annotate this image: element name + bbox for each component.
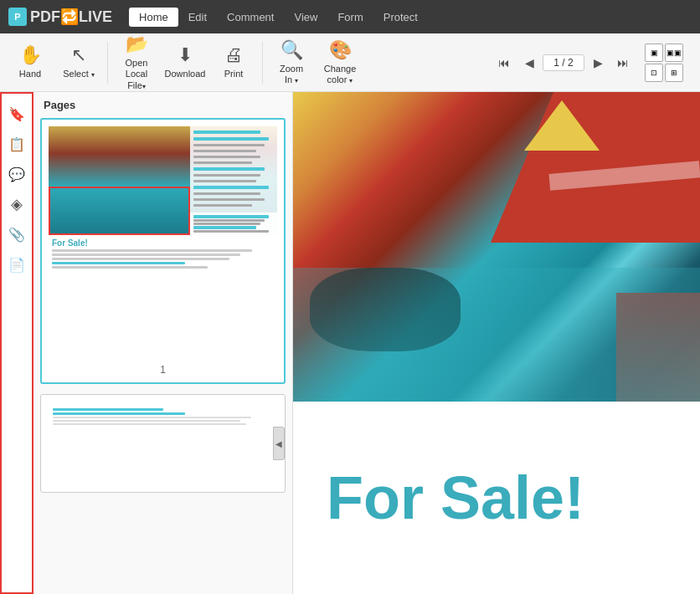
pages-panel: Pages	[33, 92, 293, 594]
zoom-label: ZoomIn ▾	[280, 64, 303, 85]
thumb-bottom-text: For Sale!	[49, 235, 277, 269]
app-logo: P PDF🔁LIVE	[8, 8, 112, 26]
print-button[interactable]: 🖨 Print	[210, 38, 257, 88]
water-overlay	[293, 268, 700, 402]
for-sale-section: For Sale!	[293, 402, 700, 594]
view-single-button[interactable]: ▣	[645, 44, 663, 62]
select-icon: ↖	[71, 44, 86, 66]
document-sidebar-button[interactable]: 📄	[3, 251, 30, 278]
p2-gray-3	[53, 423, 246, 425]
page-2-thumbnail[interactable]: ◀	[40, 394, 286, 493]
change-color-label: Changecolor ▾	[324, 64, 357, 85]
select-tool-button[interactable]: ↖ Select ▾	[55, 38, 102, 88]
print-label: Print	[224, 69, 244, 79]
main-content: 🔖 📋 💬 ◈ 📎 📄 Pages	[0, 92, 700, 594]
menu-edit[interactable]: Edit	[178, 8, 217, 27]
prev-page-button[interactable]: ◀	[517, 51, 541, 74]
page-1-number: 1	[49, 364, 277, 376]
logo-icon: P	[8, 8, 27, 26]
view-fit-button[interactable]: ⊡	[645, 64, 663, 82]
pages-sidebar-button[interactable]: 📋	[3, 131, 30, 157]
topbar: P PDF🔁LIVE Home Edit Comment View Form P…	[0, 0, 700, 33]
pdf-canvas-area: For Sale!	[293, 92, 700, 594]
download-icon: ⬇	[178, 44, 193, 66]
thumb-link-line	[52, 262, 185, 264]
first-page-button[interactable]: ⏮	[492, 51, 516, 74]
divider-2	[262, 42, 263, 84]
open-local-file-button[interactable]: 📂 OpenLocal File▾	[113, 38, 160, 88]
panel-collapse-button[interactable]: ◀	[273, 427, 285, 460]
navigation-controls: ⏮ ◀ 1 / 2 ▶ ⏭ ▣ ▣▣ ⊡ ⊞	[492, 44, 687, 82]
p2-gray-2	[53, 420, 240, 422]
zoom-in-button[interactable]: 🔍 ZoomIn ▾	[268, 38, 315, 88]
view-double-button[interactable]: ▣▣	[665, 44, 683, 62]
selection-overlay	[49, 187, 190, 236]
p2-gray-1	[53, 417, 251, 418]
menu-view[interactable]: View	[284, 8, 327, 27]
toolbar: ✋ Hand ↖ Select ▾ 📂 OpenLocal File▾ ⬇ Do…	[0, 33, 700, 92]
change-color-icon: 🎨	[329, 39, 352, 61]
menubar: Home Edit Comment View Form Protect	[129, 8, 428, 27]
divider-1	[107, 42, 108, 84]
page-1-thumb-content: For Sale!	[49, 126, 277, 361]
pdf-top-image	[293, 92, 700, 402]
page-2-text-content	[48, 402, 278, 485]
view-mode-buttons: ▣ ▣▣ ⊡ ⊞	[645, 44, 683, 82]
bookmark-sidebar-button[interactable]: 🔖	[3, 100, 30, 127]
download-label: Download	[165, 69, 206, 79]
select-label: Select ▾	[63, 69, 95, 79]
comment-sidebar-button[interactable]: 💬	[3, 161, 30, 187]
thumb-for-sale-text: For Sale!	[52, 238, 274, 248]
hand-tool-button[interactable]: ✋ Hand	[7, 38, 54, 88]
open-label: OpenLocal File▾	[116, 58, 157, 91]
layers-sidebar-button[interactable]: ◈	[3, 191, 30, 218]
thumb-body-2	[52, 253, 240, 256]
left-sidebar: 🔖 📋 💬 ◈ 📎 📄	[0, 92, 33, 594]
hand-icon: ✋	[19, 44, 42, 66]
p2-line-2	[53, 412, 185, 415]
last-page-button[interactable]: ⏭	[611, 51, 635, 74]
next-page-button[interactable]: ▶	[586, 51, 610, 74]
logo-text-pdf: PDF🔁LIVE	[30, 8, 112, 26]
thumb-image-area	[49, 126, 277, 235]
print-icon: 🖨	[224, 44, 243, 66]
page-2-thumb-content	[48, 402, 278, 485]
pages-panel-title: Pages	[40, 99, 286, 111]
download-button[interactable]: ⬇ Download	[162, 38, 208, 88]
for-sale-heading: For Sale!	[327, 468, 584, 528]
attachment-sidebar-button[interactable]: 📎	[3, 221, 30, 248]
menu-form[interactable]: Form	[327, 8, 373, 27]
thumb-footer-1	[52, 266, 208, 269]
page-1-thumbnail[interactable]: For Sale! 1	[40, 118, 286, 384]
menu-comment[interactable]: Comment	[217, 8, 284, 27]
open-icon: 📂	[126, 33, 148, 55]
menu-protect[interactable]: Protect	[373, 8, 428, 27]
change-color-button[interactable]: 🎨 Changecolor ▾	[317, 38, 363, 88]
hand-tool-label: Hand	[19, 69, 41, 79]
menu-home[interactable]: Home	[129, 8, 178, 27]
thumb-body-1	[52, 249, 252, 252]
view-scroll-button[interactable]: ⊞	[665, 64, 683, 82]
p2-line-1	[53, 408, 163, 411]
page-indicator[interactable]: 1 / 2	[543, 54, 584, 71]
zoom-icon: 🔍	[281, 39, 303, 61]
thumb-body-3	[52, 258, 229, 260]
